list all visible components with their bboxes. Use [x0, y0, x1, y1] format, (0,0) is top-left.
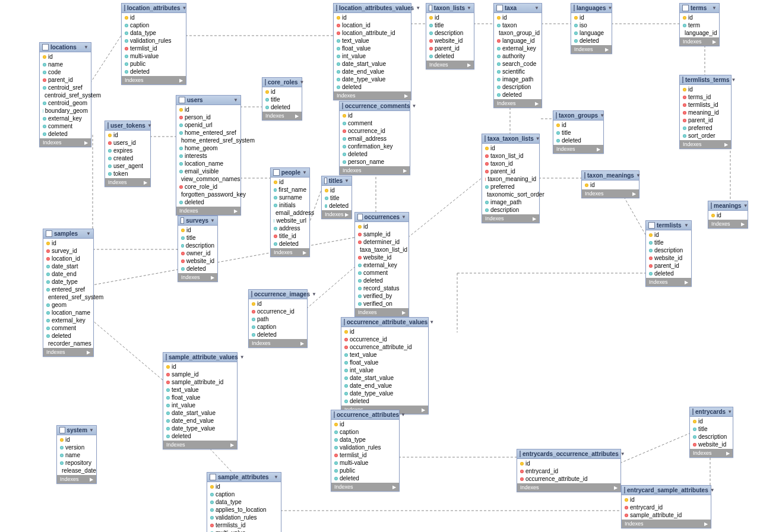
column[interactable]: id	[355, 223, 408, 230]
column[interactable]: person_id	[176, 113, 240, 121]
column[interactable]: date_end_value	[163, 417, 237, 425]
expand-icon[interactable]: ▶	[712, 39, 716, 45]
indexes-footer[interactable]: Indexes▶	[322, 210, 352, 218]
table-occurrence_images[interactable]: occurrence_images▼idoccurrence_idpathcap…	[248, 289, 308, 348]
expand-icon[interactable]: ▶	[230, 442, 234, 448]
column[interactable]: deleted	[271, 240, 309, 248]
column[interactable]: int_value	[341, 366, 428, 374]
column[interactable]: centroid_sref	[40, 84, 91, 91]
column[interactable]: sample_id	[163, 370, 237, 378]
table-occurrences[interactable]: occurrences▼idsample_iddeterminer_idtaxa…	[354, 212, 409, 317]
table-header[interactable]: taxa▼	[494, 4, 542, 13]
expand-icon[interactable]: ▶	[179, 78, 183, 83]
column[interactable]: id	[43, 239, 93, 247]
column[interactable]: language_id	[680, 29, 719, 37]
column[interactable]: verified_on	[355, 300, 408, 308]
table-users[interactable]: users▼idperson_idopenid_urlhome_entered_…	[176, 95, 241, 216]
collapse-icon[interactable]: ▼	[274, 474, 278, 480]
column[interactable]: deleted	[571, 37, 612, 45]
collapse-icon[interactable]: ▼	[233, 97, 238, 103]
column[interactable]: website_id	[690, 441, 733, 448]
collapse-icon[interactable]: ▼	[312, 292, 316, 297]
table-termlists_terms[interactable]: termlists_terms▼idterms_idtermlists_idme…	[679, 75, 732, 149]
table-surveys[interactable]: surveys▼idtitledescriptionowner_idwebsit…	[178, 216, 218, 282]
column[interactable]: forgotten_password_key	[176, 191, 240, 198]
column[interactable]: location_id	[43, 255, 93, 262]
expand-icon[interactable]: ▶	[144, 180, 147, 185]
expand-icon[interactable]: ▶	[404, 93, 408, 99]
column[interactable]: id	[622, 496, 711, 504]
column[interactable]: deleted	[494, 91, 542, 99]
table-header[interactable]: surveys▼	[178, 216, 217, 226]
collapse-icon[interactable]: ▼	[731, 77, 736, 83]
column[interactable]: id	[690, 417, 733, 425]
column[interactable]: id	[40, 53, 91, 61]
column[interactable]: meaning_id	[680, 109, 731, 116]
column[interactable]: title	[553, 129, 603, 137]
column[interactable]: date_type_value	[341, 390, 428, 397]
column[interactable]: iso	[571, 21, 612, 29]
collapse-icon[interactable]: ▼	[684, 223, 689, 228]
column[interactable]: id	[163, 363, 237, 370]
table-location_attributes[interactable]: location_attributes▼idcaptiondata_typeva…	[121, 3, 186, 85]
table-titles[interactable]: titles▼idtitledeletedIndexes▶	[321, 176, 352, 219]
indexes-footer[interactable]: Indexes▶	[582, 189, 639, 198]
column[interactable]: id	[57, 436, 96, 444]
column[interactable]: location_attribute_id	[334, 29, 411, 37]
table-occurrence_comments[interactable]: occurrence_comments▼idcommentoccurrence_…	[339, 101, 410, 175]
column[interactable]: scientific	[494, 68, 542, 75]
column[interactable]: title_id	[271, 232, 309, 240]
table-header[interactable]: termlists▼	[646, 221, 691, 230]
column[interactable]: term	[680, 21, 719, 29]
collapse-icon[interactable]: ▼	[712, 5, 717, 11]
table-header[interactable]: sample_attribute_values▼	[163, 353, 237, 362]
collapse-icon[interactable]: ▼	[86, 231, 91, 236]
column[interactable]: entrycard_id	[517, 467, 620, 475]
column[interactable]: title	[690, 425, 733, 433]
column[interactable]: title	[426, 21, 474, 29]
table-terms[interactable]: terms▼idtermlanguage_idIndexes▶	[679, 3, 720, 46]
column[interactable]: caption	[122, 21, 186, 29]
expand-icon[interactable]: ▶	[535, 101, 539, 106]
column[interactable]: comment	[43, 324, 93, 332]
column[interactable]: record_status	[355, 284, 408, 292]
column[interactable]: deleted	[341, 397, 428, 405]
column[interactable]: deleted	[178, 265, 217, 273]
indexes-footer[interactable]: Indexes▶	[43, 348, 93, 356]
table-entrycards_occurrence_attributes[interactable]: entrycards_occurrence_attributes▼identry…	[517, 449, 621, 492]
collapse-icon[interactable]: ▼	[89, 428, 94, 433]
column[interactable]: external_key	[40, 115, 91, 122]
column[interactable]: description	[482, 206, 539, 214]
column[interactable]: code	[40, 68, 91, 76]
column[interactable]: path	[249, 315, 307, 323]
column[interactable]: caption	[249, 323, 307, 331]
column[interactable]: name	[40, 61, 91, 68]
table-header[interactable]: occurrence_comments▼	[340, 102, 410, 111]
column[interactable]: location_name	[176, 160, 240, 167]
expand-icon[interactable]: ▶	[303, 250, 306, 255]
column[interactable]: image_path	[482, 198, 539, 206]
column[interactable]: date_type_value	[163, 425, 237, 432]
table-header[interactable]: system▼	[57, 426, 96, 435]
indexes-footer[interactable]: Indexes▶	[178, 273, 217, 281]
column[interactable]: home_entered_sref_system	[176, 137, 240, 144]
indexes-footer[interactable]: Indexes▶	[57, 475, 96, 483]
indexes-footer[interactable]: Indexes▶	[176, 207, 240, 215]
column[interactable]: deleted	[331, 474, 399, 482]
table-taxon_lists[interactable]: taxon_lists▼idtitledescriptionwebsite_id…	[426, 3, 474, 69]
indexes-footer[interactable]: Indexes▶	[334, 91, 411, 100]
table-system[interactable]: system▼idversionnamerepositoryrelease_da…	[56, 425, 97, 484]
table-header[interactable]: entrycards_occurrence_attributes▼	[517, 449, 620, 459]
column[interactable]: comment	[340, 119, 410, 127]
indexes-footer[interactable]: Indexes▶	[40, 138, 91, 147]
column[interactable]: taxon_list_id	[482, 152, 539, 160]
table-core_roles[interactable]: core_roles▼idtitledeletedIndexes▶	[262, 77, 302, 121]
column[interactable]: comment	[355, 269, 408, 277]
column[interactable]: external_key	[355, 261, 408, 269]
column[interactable]: core_role_id	[176, 183, 240, 191]
expand-icon[interactable]: ▶	[234, 208, 238, 214]
column[interactable]: applies_to_location	[207, 506, 281, 514]
column[interactable]: interests	[176, 152, 240, 160]
column[interactable]: termlists_id	[207, 521, 281, 529]
column[interactable]: title	[178, 234, 217, 242]
